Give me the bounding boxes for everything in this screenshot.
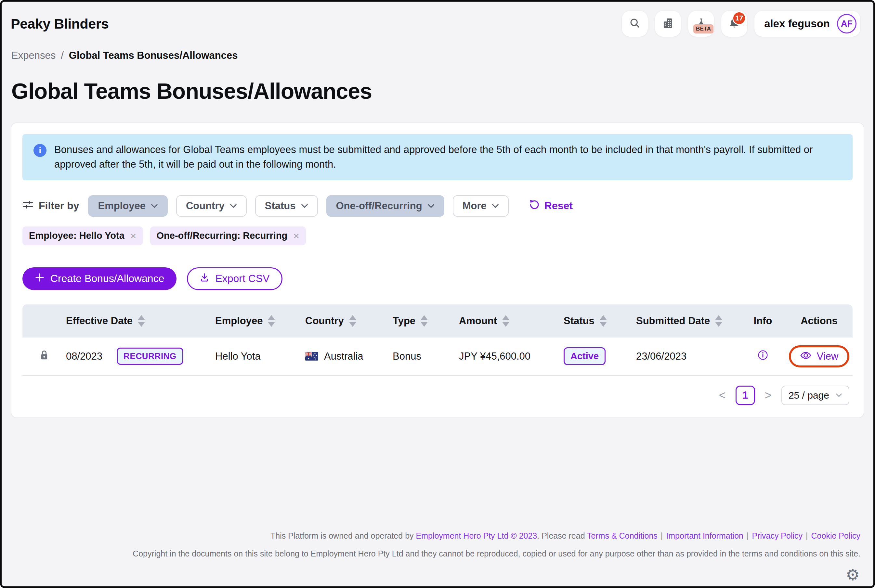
info-banner: i Bonuses and allowances for Global Team…: [23, 134, 852, 180]
col-header-employee[interactable]: Employee: [215, 315, 305, 327]
footer-important-info-link[interactable]: Important Information: [666, 531, 743, 540]
submitted-date-cell: 23/06/2023: [636, 351, 740, 362]
sort-icon[interactable]: [600, 315, 607, 327]
building-icon: [662, 17, 674, 30]
view-button[interactable]: View: [789, 345, 849, 368]
footer-separator: |: [747, 531, 749, 540]
reset-icon: [529, 199, 540, 213]
filter-by-label: Filter by: [23, 200, 79, 212]
beta-badge: BETA: [693, 24, 713, 33]
topbar: Peaky Blinders: [2, 2, 873, 37]
sort-icon[interactable]: [138, 315, 145, 327]
labs-button[interactable]: BETA: [688, 11, 714, 37]
user-menu-button[interactable]: alex feguson AF: [755, 11, 860, 37]
footer: This Platform is owned and operated by E…: [2, 531, 860, 558]
australia-flag-icon: [305, 352, 318, 361]
row-info-icon[interactable]: [758, 350, 768, 363]
content-card: i Bonuses and allowances for Global Team…: [11, 123, 864, 418]
sliders-icon: [23, 200, 33, 212]
avatar: AF: [837, 14, 857, 33]
bonuses-table: Effective Date Employee Country Type Amo…: [23, 304, 852, 417]
breadcrumb: Expenses / Global Teams Bonuses/Allowanc…: [2, 37, 873, 62]
chip-oneoff-recurring[interactable]: One-off/Recurring: Recurring ×: [150, 226, 306, 245]
table-row: 08/2023 RECURRING Hello Yota: [23, 338, 852, 376]
sort-icon[interactable]: [421, 315, 428, 327]
active-filter-chips: Employee: Hello Yota × One-off/Recurring…: [23, 226, 852, 245]
lock-cell: [23, 350, 66, 363]
col-header-effective-date[interactable]: Effective Date: [66, 315, 215, 327]
info-cell: [740, 350, 786, 363]
footer-separator: |: [661, 531, 663, 540]
col-header-amount[interactable]: Amount: [459, 315, 564, 327]
company-name: Peaky Blinders: [11, 11, 108, 32]
info-icon: i: [33, 144, 47, 157]
action-buttons: Create Bonus/Allowance Export CSV: [23, 267, 852, 290]
organisation-button[interactable]: [655, 11, 681, 37]
footer-separator: |: [806, 531, 808, 540]
col-header-country[interactable]: Country: [305, 315, 392, 327]
col-header-info: Info: [740, 315, 786, 327]
chevron-down-icon: [230, 204, 237, 208]
employee-cell: Hello Yota: [215, 351, 305, 362]
breadcrumb-expenses-link[interactable]: Expenses: [11, 50, 56, 62]
col-header-status[interactable]: Status: [564, 315, 636, 327]
actions-cell: View: [786, 345, 852, 368]
chevron-down-icon: [301, 204, 308, 208]
user-name: alex feguson: [764, 18, 830, 30]
col-header-submitted-date[interactable]: Submitted Date: [636, 315, 740, 327]
status-badge: Active: [564, 347, 606, 365]
page-title: Global Teams Bonuses/Allowances: [2, 62, 873, 104]
app-window: Peaky Blinders: [0, 0, 875, 588]
export-csv-button[interactable]: Export CSV: [187, 267, 282, 290]
create-bonus-allowance-button[interactable]: Create Bonus/Allowance: [23, 267, 176, 290]
gear-icon[interactable]: ⚙: [846, 566, 860, 584]
col-header-actions: Actions: [786, 315, 852, 327]
filter-oneoff-recurring-dropdown[interactable]: One-off/Recurring: [326, 195, 444, 217]
info-banner-text: Bonuses and allowances for Global Teams …: [54, 142, 842, 172]
chip-employee-hello-yota[interactable]: Employee: Hello Yota ×: [23, 226, 143, 245]
status-cell: Active: [564, 347, 636, 365]
footer-line-1: This Platform is owned and operated by E…: [2, 531, 860, 541]
plus-icon: [35, 273, 45, 285]
chevron-down-icon: [836, 393, 842, 397]
footer-privacy-link[interactable]: Privacy Policy: [752, 531, 803, 540]
chevron-down-icon: [151, 204, 158, 208]
recurring-badge: RECURRING: [117, 348, 183, 365]
sort-icon[interactable]: [715, 315, 722, 327]
type-cell: Bonus: [392, 351, 459, 362]
chevron-down-icon: [492, 204, 499, 208]
pagination: < 1 > 25 / page: [23, 376, 852, 417]
next-page-icon[interactable]: >: [763, 388, 774, 402]
close-icon[interactable]: ×: [293, 231, 299, 241]
notifications-button[interactable]: 17: [721, 11, 747, 37]
filter-status-dropdown[interactable]: Status: [255, 195, 318, 217]
sort-icon[interactable]: [502, 315, 509, 327]
filter-country-dropdown[interactable]: Country: [176, 195, 247, 217]
footer-cookie-link[interactable]: Cookie Policy: [811, 531, 860, 540]
sort-icon[interactable]: [349, 315, 356, 327]
country-cell: Australia: [305, 351, 392, 362]
effective-date-cell: 08/2023 RECURRING: [66, 348, 215, 365]
chevron-down-icon: [427, 204, 434, 208]
filter-row: Filter by Employee Country Status One-of…: [23, 195, 852, 217]
reset-filters-button[interactable]: Reset: [529, 199, 573, 213]
search-button[interactable]: [622, 11, 648, 37]
close-icon[interactable]: ×: [130, 231, 137, 241]
table-header-row: Effective Date Employee Country Type Amo…: [23, 304, 852, 338]
breadcrumb-separator: /: [61, 50, 64, 62]
current-page-button[interactable]: 1: [735, 386, 755, 405]
download-icon: [200, 273, 209, 285]
eye-icon: [800, 351, 812, 362]
page-size-select[interactable]: 25 / page: [782, 386, 849, 405]
filter-more-dropdown[interactable]: More: [453, 195, 509, 217]
footer-company-link[interactable]: Employment Hero Pty Ltd © 2023: [416, 531, 537, 540]
breadcrumb-current: Global Teams Bonuses/Allowances: [69, 50, 238, 62]
col-header-type[interactable]: Type: [392, 315, 459, 327]
lock-icon: [40, 350, 49, 363]
filter-employee-dropdown[interactable]: Employee: [88, 195, 167, 217]
topbar-actions: BETA 17 alex feguson AF: [622, 11, 860, 37]
amount-cell: JPY ¥45,600.00: [459, 351, 564, 362]
sort-icon[interactable]: [268, 315, 275, 327]
previous-page-icon[interactable]: <: [717, 388, 728, 402]
footer-terms-link[interactable]: Terms & Conditions: [587, 531, 657, 540]
